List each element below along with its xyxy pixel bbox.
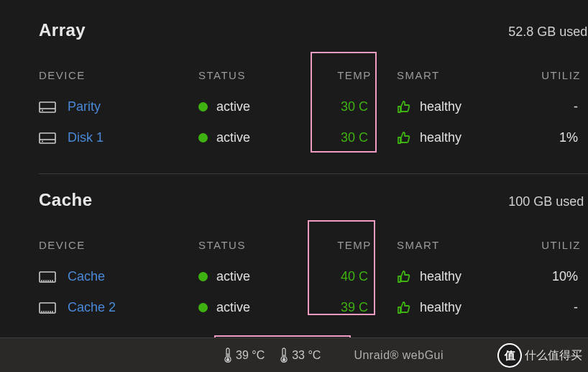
watermark-text: 什么值得买 <box>525 348 582 363</box>
disk-icon <box>39 100 56 114</box>
utilization-value: - <box>538 300 588 315</box>
col-header-temp: TEMP <box>312 69 397 81</box>
thumbs-up-icon <box>397 131 411 145</box>
device-link[interactable]: Disk 1 <box>68 130 104 145</box>
thermometer-icon <box>280 348 288 363</box>
col-header-status: STATUS <box>198 69 312 81</box>
status-dot-icon <box>198 303 208 312</box>
footer-text: Unraid® webGui <box>354 349 444 362</box>
smart-text: healthy <box>420 269 461 284</box>
temp-value: 40 C <box>312 269 397 284</box>
svg-point-5 <box>42 140 43 142</box>
temp-value: 30 C <box>312 99 397 114</box>
status-dot-icon <box>198 102 208 112</box>
disk-icon <box>39 131 56 145</box>
col-header-util: UTILIZ <box>538 69 588 81</box>
svg-point-20 <box>226 358 229 360</box>
utilization-value: 10% <box>538 269 588 284</box>
device-link[interactable]: Cache 2 <box>68 300 116 315</box>
footer-temp-2-value: 33 °C <box>292 349 321 362</box>
thumbs-up-icon <box>397 100 411 114</box>
col-header-status: STATUS <box>198 239 312 251</box>
col-header-smart: SMART <box>397 239 538 251</box>
smart-text: healthy <box>420 130 461 145</box>
thumbs-up-icon <box>397 301 411 315</box>
temp-value: 39 C <box>312 300 397 315</box>
col-header-temp: TEMP <box>312 239 397 251</box>
usage-text: 52.8 GB used of 4 T <box>508 24 588 40</box>
footer-temp-1-value: 39 °C <box>236 349 265 362</box>
smart-text: healthy <box>420 99 461 114</box>
section-divider <box>39 173 588 174</box>
device-row: Cache 2active39 Chealthy- <box>39 292 588 323</box>
status-text: active <box>216 300 250 315</box>
device-row: Disk 1active30 Chealthy1% <box>39 122 588 153</box>
device-link[interactable]: Parity <box>68 99 101 114</box>
footer-temp-1: 39 °C <box>224 348 265 363</box>
device-link[interactable]: Cache <box>68 269 105 284</box>
col-header-util: UTILIZ <box>538 239 588 251</box>
section-title: Cache <box>39 190 93 210</box>
status-text: active <box>216 269 250 284</box>
ssd-icon <box>39 301 56 315</box>
col-header-device: DEVICE <box>39 239 198 251</box>
status-text: active <box>216 99 250 114</box>
col-header-device: DEVICE <box>39 69 198 81</box>
thumbs-up-icon <box>397 270 411 284</box>
watermark-badge: 值 什么值得买 <box>497 343 582 368</box>
usage-text: 100 GB used of 1 TI <box>508 194 588 209</box>
thermometer-icon <box>224 348 231 363</box>
utilization-value: 1% <box>538 130 588 145</box>
status-dot-icon <box>198 133 208 142</box>
device-row: Cacheactive40 Chealthy10% <box>39 261 588 292</box>
smart-text: healthy <box>420 300 461 315</box>
col-header-smart: SMART <box>397 69 538 81</box>
svg-point-2 <box>42 109 43 111</box>
watermark-icon: 值 <box>497 343 522 368</box>
footer-temp-2: 33 °C <box>280 348 321 363</box>
status-text: active <box>216 130 250 145</box>
status-dot-icon <box>198 272 208 281</box>
utilization-value: - <box>538 99 588 114</box>
section-title: Array <box>39 20 86 40</box>
svg-point-22 <box>282 358 285 360</box>
ssd-icon <box>39 270 56 284</box>
temp-value: 30 C <box>312 130 397 145</box>
device-row: Parityactive30 Chealthy- <box>39 91 588 122</box>
